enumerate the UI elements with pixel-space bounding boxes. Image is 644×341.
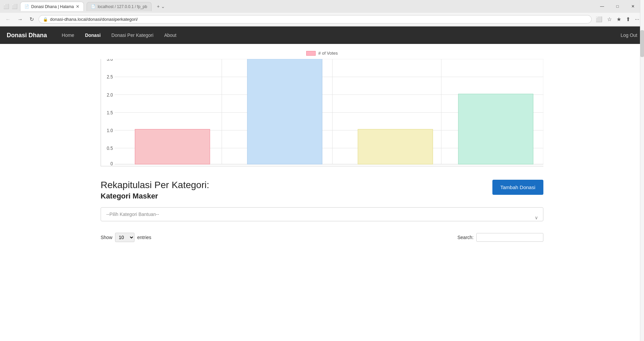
chart-svg: 3.0 2.5 2.0 1.5 1.0 0.5 0 xyxy=(101,59,543,166)
collections-icon[interactable]: ★ xyxy=(615,15,623,24)
back-button[interactable]: ← xyxy=(3,15,13,24)
browser-nav-bar: ← → ↻ 🔒 donasi-dhana.local/donasi/donasi… xyxy=(0,13,644,26)
table-controls: Show 10 25 50 100 entries Search: xyxy=(101,233,543,242)
forward-button[interactable]: → xyxy=(15,15,25,24)
nav-link-home[interactable]: Home xyxy=(57,30,79,41)
bar-obat xyxy=(247,59,322,164)
address-bar[interactable]: 🔒 donasi-dhana.local/donasi/donasiperkat… xyxy=(39,15,592,23)
new-tab-button[interactable]: + ⌄ xyxy=(154,2,168,11)
tab-inactive[interactable]: 📄 localhost / 127.0.0.1 / fp_pb xyxy=(87,2,151,11)
browser-titlebar: ⬜ ⬜ 📄 Donasi Dhana | Halama ✕ 📄 localhos… xyxy=(0,0,644,13)
legend-swatch xyxy=(306,51,316,56)
dropdown-wrapper: --Pilih Kategori Bantuan-- Masker Obat U… xyxy=(101,207,543,229)
tab-active[interactable]: 📄 Donasi Dhana | Halama ✕ xyxy=(20,2,84,11)
tab-icon-1: 📄 xyxy=(24,4,29,9)
app-brand: Donasi Dhana xyxy=(7,32,47,39)
search-box: Search: xyxy=(458,233,543,242)
add-donasi-button[interactable]: Tambah Donasi xyxy=(492,180,543,195)
bar-bahan-makanan xyxy=(458,94,533,164)
svg-text:1.5: 1.5 xyxy=(107,110,113,115)
svg-text:3.0: 3.0 xyxy=(107,59,113,62)
entries-select[interactable]: 10 25 50 100 xyxy=(115,233,135,242)
more-icon[interactable]: ··· xyxy=(634,15,641,24)
nav-link-donasi[interactable]: Donasi xyxy=(80,30,105,41)
url-text: donasi-dhana.local/donasi/donasiperkateg… xyxy=(50,17,587,22)
search-input[interactable] xyxy=(476,233,543,242)
svg-text:0: 0 xyxy=(110,161,113,166)
tab-close-1[interactable]: ✕ xyxy=(76,4,79,9)
app-nav-links: Home Donasi Donasi Per Kategori About xyxy=(57,30,621,41)
lock-icon: 🔒 xyxy=(43,17,48,22)
svg-text:2.5: 2.5 xyxy=(107,74,113,79)
section-titles: Rekapitulasi Per Kategori: Kategori Mask… xyxy=(101,180,209,201)
window-controls: — □ ✕ xyxy=(594,1,641,12)
refresh-button[interactable]: ↻ xyxy=(28,15,36,24)
scrollbar-track[interactable] xyxy=(640,0,644,249)
legend-label: # of Votes xyxy=(318,51,338,56)
browser-chrome: ⬜ ⬜ 📄 Donasi Dhana | Halama ✕ 📄 localhos… xyxy=(0,0,644,26)
section-subtitle: Kategori Masker xyxy=(101,192,209,201)
section-title: Rekapitulasi Per Kategori: xyxy=(101,180,209,190)
scrollbar-thumb[interactable] xyxy=(640,30,644,57)
svg-text:0.5: 0.5 xyxy=(107,146,113,151)
minimize-button[interactable]: — xyxy=(594,1,610,12)
nav-link-about[interactable]: About xyxy=(159,30,181,41)
bar-masker xyxy=(135,129,210,164)
logout-link[interactable]: Log Out xyxy=(621,33,637,38)
svg-text:2.0: 2.0 xyxy=(107,92,113,97)
search-label: Search: xyxy=(458,235,474,240)
share-icon[interactable]: ⬆ xyxy=(625,15,632,24)
tab-icon-2: 📄 xyxy=(91,4,96,9)
tab-dropdown-icon: ⌄ xyxy=(161,4,165,9)
kategori-dropdown[interactable]: --Pilih Kategori Bantuan-- Masker Obat U… xyxy=(101,207,543,221)
reader-view-icon[interactable]: ⬜ xyxy=(594,15,604,24)
window-icon-2: ⬜ xyxy=(12,4,17,9)
main-content: # of Votes 3.0 2.5 2.0 1.5 1.0 0.5 0 xyxy=(87,44,557,249)
browser-toolbar-icons: ⬜ ☆ ★ ⬆ ··· xyxy=(594,15,641,24)
tab-label-2: localhost / 127.0.0.1 / fp_pb xyxy=(98,4,147,9)
maximize-button[interactable]: □ xyxy=(610,1,625,12)
plus-icon: + xyxy=(157,4,160,9)
show-entries: Show 10 25 50 100 entries xyxy=(101,233,151,242)
app-navbar: Donasi Dhana Home Donasi Donasi Per Kate… xyxy=(0,26,644,44)
window-icon-1: ⬜ xyxy=(3,4,9,9)
bar-uang xyxy=(358,129,433,164)
svg-text:1.0: 1.0 xyxy=(107,128,113,133)
chart-wrapper: 3.0 2.5 2.0 1.5 1.0 0.5 0 xyxy=(101,59,543,166)
close-button[interactable]: ✕ xyxy=(625,1,641,12)
chart-legend: # of Votes xyxy=(101,51,543,56)
show-label: Show xyxy=(101,235,112,240)
tab-label-1: Donasi Dhana | Halama xyxy=(31,4,74,9)
section-header: Rekapitulasi Per Kategori: Kategori Mask… xyxy=(101,180,543,201)
bookmark-icon[interactable]: ☆ xyxy=(606,15,613,24)
chart-container: # of Votes 3.0 2.5 2.0 1.5 1.0 0.5 0 xyxy=(101,51,543,166)
nav-link-donasi-per-kategori[interactable]: Donasi Per Kategori xyxy=(107,30,158,41)
entries-label: entries xyxy=(137,235,151,240)
